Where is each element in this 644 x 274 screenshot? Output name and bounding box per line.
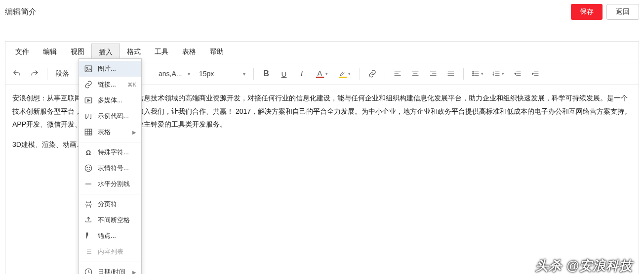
svg-text:3: 3 (492, 74, 494, 77)
chevron-right-icon: ▶ (132, 130, 136, 135)
insert-emoji-label: 表情符号... (98, 164, 136, 173)
insert-table-item[interactable]: 表格 ▶ (79, 124, 141, 140)
menu-tools[interactable]: 工具 (148, 44, 175, 61)
block-select-label: 段落 (55, 69, 69, 78)
insert-specialchar-item[interactable]: Ω 特殊字符... (79, 144, 141, 160)
pagebreak-icon (84, 200, 93, 209)
insert-link-label: 链接... (98, 80, 122, 89)
watermark: 头杀 @安浪科技 (535, 257, 633, 274)
insert-sample-item[interactable]: 示例代码... (79, 108, 141, 124)
font-select-label: ans,A... (159, 70, 182, 78)
page-title: 编辑简介 (5, 7, 37, 17)
back-button[interactable]: 返回 (606, 4, 639, 20)
dropdown-separator (79, 194, 141, 194)
toolbar-separator (253, 68, 254, 80)
insert-image-label: 图片... (98, 64, 136, 73)
toolbar-separator (360, 68, 360, 80)
align-right-button[interactable] (425, 66, 442, 81)
dropdown-separator (79, 262, 141, 262)
redo-button[interactable] (26, 66, 43, 81)
media-icon (84, 96, 93, 105)
bold-button[interactable]: B (258, 66, 275, 81)
insert-nbsp-item[interactable]: 不间断空格 (79, 212, 141, 228)
toolbar-separator (463, 68, 464, 80)
svg-point-4 (85, 165, 92, 172)
svg-rect-3 (85, 129, 92, 135)
emoji-icon (84, 164, 93, 173)
anchor-icon (84, 231, 93, 240)
insert-toc-label: 内容列表 (98, 247, 136, 256)
insert-datetime-label: 日期/时间 (98, 268, 127, 274)
image-icon (84, 64, 93, 73)
insert-hr-item[interactable]: 水平分割线 (79, 176, 141, 192)
insert-datetime-item[interactable]: 日期/时间 ▶ (79, 264, 141, 274)
align-center-button[interactable] (407, 66, 424, 81)
toc-icon (84, 247, 93, 256)
fontsize-select[interactable]: 15px▾ (195, 66, 249, 81)
insert-pagebreak-item[interactable]: 分页符 (79, 196, 141, 212)
toolbar-separator (47, 68, 47, 80)
header-buttons: 保存 返回 (571, 4, 639, 20)
indent-button[interactable] (527, 66, 544, 81)
insert-dropdown: 图片... 链接... ⌘K 多媒体... 示例代码... 表格 ▶ Ω 特殊字… (79, 58, 142, 274)
insert-toc-item: 内容列表 (79, 244, 141, 260)
svg-point-5 (87, 167, 87, 168)
editor-container: 文件 编辑 视图 插入 格式 工具 表格 帮助 图片... 链接... ⌘K 多… (5, 41, 639, 274)
svg-point-6 (89, 167, 90, 168)
chevron-down-icon: ▾ (324, 71, 329, 76)
align-left-button[interactable] (389, 66, 406, 81)
code-sample-icon (84, 112, 93, 121)
insert-image-item[interactable]: 图片... (79, 61, 141, 77)
clock-icon (84, 268, 93, 274)
chevron-right-icon: ▶ (132, 270, 136, 274)
menu-edit[interactable]: 编辑 (36, 44, 64, 61)
link-button[interactable] (364, 66, 381, 81)
menu-file[interactable]: 文件 (8, 44, 36, 61)
align-justify-button[interactable] (443, 66, 459, 81)
insert-specialchar-label: 特殊字符... (98, 148, 136, 157)
svg-point-27 (472, 71, 473, 72)
undo-button[interactable] (8, 66, 25, 81)
svg-point-31 (472, 75, 473, 76)
link-shortcut: ⌘K (127, 82, 136, 88)
insert-emoji-item[interactable]: 表情符号... (79, 160, 141, 176)
highlight-button[interactable]: ▾ (334, 66, 356, 81)
menu-help[interactable]: 帮助 (203, 44, 231, 61)
insert-media-label: 多媒体... (98, 96, 136, 105)
insert-anchor-item[interactable]: 锚点... (79, 228, 141, 244)
insert-sample-label: 示例代码... (98, 112, 136, 121)
chevron-down-icon: ▾ (243, 71, 245, 77)
hr-icon (84, 180, 93, 188)
chevron-down-icon: ▾ (480, 71, 484, 76)
dropdown-separator (79, 142, 141, 142)
insert-media-item[interactable]: 多媒体... (79, 92, 141, 108)
omega-icon: Ω (84, 148, 93, 157)
font-select[interactable]: ans,A...▾ (155, 66, 194, 81)
insert-link-item[interactable]: 链接... ⌘K (79, 77, 141, 92)
nbsp-icon (84, 216, 93, 225)
table-icon (84, 128, 93, 137)
fontsize-select-label: 15px (199, 70, 214, 78)
bullet-list-button[interactable]: ▾ (468, 66, 487, 81)
toolbar-separator (385, 68, 385, 80)
link-icon (84, 80, 93, 89)
textcolor-button[interactable]: A ▾ (311, 66, 333, 81)
chevron-down-icon: ▾ (347, 71, 352, 76)
save-button[interactable]: 保存 (571, 4, 603, 20)
insert-pagebreak-label: 分页符 (98, 200, 136, 209)
svg-point-29 (472, 73, 473, 74)
italic-button[interactable]: I (293, 66, 310, 81)
menu-table[interactable]: 表格 (175, 44, 203, 61)
chevron-down-icon: ▾ (188, 71, 190, 77)
underline-button[interactable]: U (276, 66, 292, 81)
page-header: 编辑简介 保存 返回 (0, 0, 644, 26)
svg-point-1 (86, 67, 87, 68)
number-list-button[interactable]: 123▾ (488, 66, 508, 81)
chevron-down-icon: ▾ (501, 71, 505, 76)
insert-nbsp-label: 不间断空格 (98, 216, 136, 225)
outdent-button[interactable] (509, 66, 526, 81)
insert-hr-label: 水平分割线 (98, 180, 136, 188)
insert-table-label: 表格 (98, 128, 127, 137)
insert-anchor-label: 锚点... (98, 231, 136, 240)
